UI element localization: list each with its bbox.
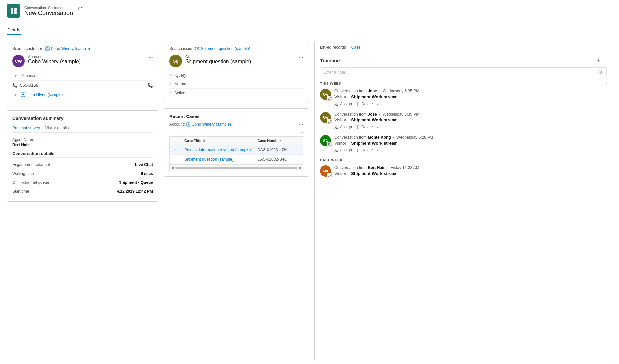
delete-label-2: Delete [361,148,373,152]
timeline-more-button[interactable]: ··· [603,58,607,63]
delete-icon [356,125,360,129]
sort-down-icon[interactable]: ↓ [602,81,603,85]
account-phone-row: 📞 555-0159 📞 [12,80,153,90]
right-column: Linked records Case Timeline + ··· Enter… [314,41,612,361]
assign-button-0[interactable]: Assign [334,102,352,106]
entry-content-2: Conversation from Monte Kong - Wednesday… [334,135,607,153]
account-city: Phoenix [21,73,35,78]
recent-cases-card: Recent Cases Account: Coho Winery (sampl… [164,108,309,177]
case-status-icon: ≡ [169,91,172,95]
entry-badge-0: 💬 [327,96,332,101]
account-avatar: CW [12,55,25,67]
th-case-title-text: Case Title [184,139,201,143]
svg-point-7 [22,94,24,95]
table-row[interactable]: Shipment question (sample) CAS-01032-B4C [170,155,303,164]
assign-button-1[interactable]: Assign [334,125,352,129]
timeline-title: Timeline [320,58,340,63]
tab-visitor-details[interactable]: Visitor details [45,124,69,132]
th-case-title[interactable]: Case Title ⇅ [182,139,255,143]
assign-label-1: Assign [340,125,352,129]
contact-link[interactable]: Jim Glynn (sample) [29,92,63,97]
case-header: Sq Case Shipment question (sample) ··· [169,55,303,67]
assign-button-2[interactable]: Assign [334,148,352,152]
header-title: New Conversation [24,10,83,17]
recent-cases-header: Recent Cases [169,114,303,119]
svg-point-11 [188,123,189,125]
note-input-row[interactable]: Enter a note... 📎 [320,67,607,77]
entry-content-1: Conversation from Jose - Wednesday 6:35 … [334,112,607,130]
case-type-icon: ⊳ [169,73,173,78]
entry-avatar-2: SC 💬 [320,135,331,146]
entry-from-2: Monte Kong [368,135,391,140]
header-subtitle-text: Conversation: Customer summary [24,6,80,10]
row-title-1[interactable]: Shipment question (sample) [182,157,255,162]
entry-visitor-value-0: Shipment Work stream [351,94,397,99]
linked-tab-case[interactable]: Case [351,45,361,50]
customer-link[interactable]: Coho Winery (sample) [45,46,90,51]
delete-button-0[interactable]: Delete [356,102,373,106]
case-type-row: ⊳ Query [169,71,303,80]
entry-from-last-0: Bert Hair [368,165,385,170]
chevron-down-icon[interactable]: ▾ [81,6,83,9]
svg-point-12 [335,103,337,104]
delete-button-1[interactable]: Delete [356,125,373,129]
entry-visitor-label-2: Visitor: [334,141,348,146]
entry-badge-1: 💬 [327,119,332,124]
delete-label-0: Delete [361,102,373,106]
case-link[interactable]: Shipment question (sample) [195,46,250,51]
case-status: Active [174,91,185,95]
search-customer-label: Search customer [12,46,42,51]
table-header: Case Title ⇅ Case Number [170,137,303,145]
conversation-summary-card: Conversation summary Pre-chat survey Vis… [7,110,158,202]
recent-cases-options[interactable]: ··· [299,130,303,135]
entry-actions-0: Assign Delete ··· [334,101,607,107]
account-city-row: ⊳ Phoenix [12,71,153,80]
assign-icon [334,102,339,106]
th-case-number[interactable]: Case Number [255,139,298,143]
entry-from-1: Jose [368,112,377,116]
add-timeline-button[interactable]: + [597,57,601,64]
entry-title-0: Visitor: Shipment Work stream [334,94,607,99]
agent-name-label: Agent Name [12,137,153,142]
delete-label-1: Delete [361,125,373,129]
call-icon[interactable]: 📞 [147,83,153,88]
tab-details[interactable]: Details [7,25,21,35]
case-priority: Normal [174,82,187,86]
info-icon[interactable]: ℹ [605,81,607,85]
sort-icon[interactable]: ⇅ [203,139,205,143]
linked-tabs: Linked records Case [320,45,607,53]
entry-more-1[interactable]: ··· [377,124,381,130]
detail-key-1: Waiting time [12,171,34,176]
entry-avatar-1: OA 💬 [320,112,331,123]
left-column: Search customer Coho Winery (sample) CW … [7,41,158,361]
svg-point-14 [335,149,337,150]
row-title-0[interactable]: Product information required (sample) [182,148,255,152]
recent-account-icon [186,122,190,127]
case-status-row: ≡ Active [169,88,303,97]
entry-more-2[interactable]: ··· [377,148,381,153]
entry-time-1: Wednesday 6:35 PM [383,112,419,116]
linked-tab-records[interactable]: Linked records [320,45,346,50]
detail-row-0: Engagement channel Live Chat [12,160,153,169]
svg-rect-1 [14,8,17,11]
assign-icon [334,148,339,152]
account-more-button[interactable]: ··· [149,55,153,60]
entry-actions-1: Assign Delete ··· [334,124,607,130]
entry-more-0[interactable]: ··· [377,101,381,107]
agent-name-value: Bert Hair [12,143,153,147]
scroll-left-arrow[interactable]: ◀ [171,165,174,170]
svg-point-13 [335,126,337,127]
tab-pre-chat-survey[interactable]: Pre-chat survey [12,124,40,132]
svg-rect-3 [14,11,17,14]
recent-cases-more-button[interactable]: ··· [299,122,303,127]
case-search-row: Search issue Shipment question (sample) [169,46,303,51]
scroll-right-arrow[interactable]: ▶ [299,165,302,170]
delete-button-2[interactable]: Delete [356,148,373,152]
recent-account-link[interactable]: Coho Winery (sample) [186,122,231,127]
svg-rect-0 [11,8,13,11]
case-priority-icon: ≡ [169,82,172,86]
middle-column: Search issue Shipment question (sample) … [164,41,309,361]
entry-header-last-0: Conversation from Bert Hair - Friday 11:… [334,165,607,170]
case-more-button[interactable]: ··· [299,55,303,60]
table-row[interactable]: ✓ Product information required (sample) … [170,145,303,155]
